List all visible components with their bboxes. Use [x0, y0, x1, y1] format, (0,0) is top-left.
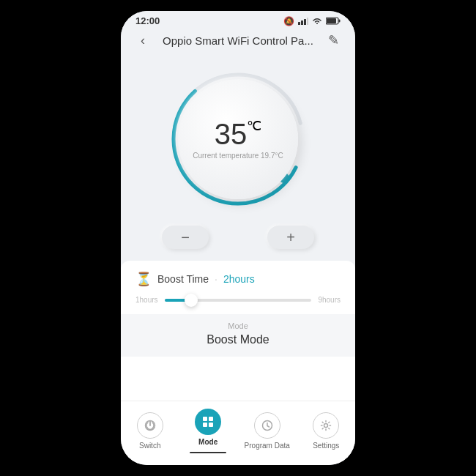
program-label: Program Data [245, 442, 290, 450]
settings-label: Settings [313, 442, 339, 450]
main-content: 35 ℃ Current temperature 19.7°C − + ⏳ Bo… [121, 54, 355, 401]
bottom-nav: Switch Mode Program Data [121, 401, 355, 465]
header-title: Oppio Smart WiFi Control Pa... [153, 34, 323, 47]
switch-icon [144, 420, 156, 431]
program-icon [261, 420, 273, 431]
thermostat-inner: 35 ℃ Current temperature 19.7°C [178, 79, 298, 199]
mode-icon-circle [195, 409, 221, 435]
mode-value: Boost Mode [135, 333, 341, 346]
svg-rect-14 [209, 423, 213, 427]
nav-item-settings[interactable]: Settings [304, 412, 348, 450]
slider-min-label: 1hours [135, 296, 159, 304]
mode-nav-label: Mode [198, 438, 217, 446]
current-temperature: Current temperature 19.7°C [193, 152, 283, 160]
status-bar: 12:00 🔕 [121, 11, 355, 29]
svg-rect-11 [203, 417, 207, 421]
boost-time-row: ⏳ Boost Time · 2hours [135, 271, 341, 287]
program-icon-circle [254, 412, 280, 439]
svg-rect-2 [304, 19, 306, 25]
nav-item-mode[interactable]: Mode [186, 409, 230, 453]
thermostat-dial[interactable]: 35 ℃ Current temperature 19.7°C [165, 66, 311, 212]
boost-separator: · [215, 273, 217, 285]
status-time: 12:00 [135, 15, 160, 26]
wifi-icon [312, 18, 322, 25]
boost-slider[interactable] [165, 299, 311, 302]
nav-item-program[interactable]: Program Data [245, 412, 290, 450]
nav-item-switch[interactable]: Switch [128, 412, 172, 450]
switch-label: Switch [139, 442, 160, 450]
mode-label: Mode [135, 321, 341, 330]
mode-icon [202, 416, 214, 428]
mode-section: Mode Boost Mode [121, 314, 355, 357]
boost-label: Boost Time [157, 273, 209, 285]
settings-icon-circle [313, 412, 339, 439]
boost-slider-row: 1hours 9hours [135, 296, 341, 304]
temp-display: 35 ℃ [215, 119, 262, 149]
temp-controls: − + [162, 226, 314, 249]
boost-card: ⏳ Boost Time · 2hours 1hours 9hours Mode… [121, 261, 355, 401]
svg-rect-1 [301, 21, 303, 25]
slider-thumb[interactable] [185, 294, 198, 307]
status-icons: 🔕 [283, 16, 341, 26]
signal-icon [298, 18, 308, 25]
slider-max-label: 9hours [317, 296, 341, 304]
app-header: ‹ Oppio Smart WiFi Control Pa... ✎ [121, 29, 355, 54]
increase-button[interactable]: + [267, 226, 314, 249]
temp-unit: ℃ [247, 119, 261, 133]
back-button[interactable]: ‹ [133, 33, 153, 48]
hourglass-icon: ⏳ [135, 271, 152, 287]
decrease-button[interactable]: − [162, 226, 209, 249]
switch-icon-circle [137, 412, 163, 439]
active-indicator [190, 452, 226, 453]
phone-container: 12:00 🔕 ‹ Oppio Smart WiFi Contro [121, 11, 355, 465]
boost-hours: 2hours [223, 273, 255, 285]
bell-icon: 🔕 [283, 16, 294, 26]
settings-icon [320, 420, 332, 431]
svg-rect-0 [298, 22, 300, 25]
battery-icon [326, 17, 341, 25]
edit-button[interactable]: ✎ [323, 32, 343, 48]
svg-rect-3 [307, 18, 308, 25]
svg-point-16 [324, 424, 328, 428]
svg-rect-13 [203, 423, 207, 427]
set-temperature: 35 [215, 119, 248, 149]
svg-rect-5 [327, 18, 336, 23]
svg-rect-6 [339, 20, 341, 23]
svg-rect-12 [209, 417, 213, 421]
